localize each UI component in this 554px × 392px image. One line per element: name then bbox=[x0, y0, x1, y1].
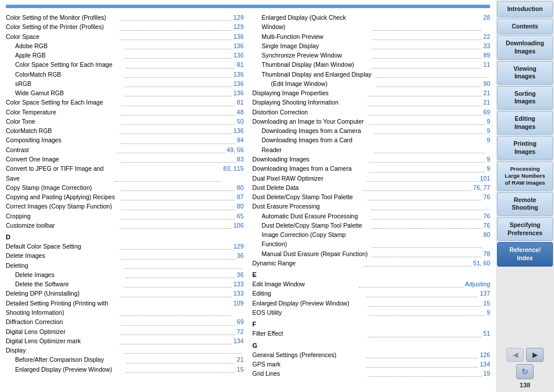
list-item: Enlarged Display (Preview Window) 15 bbox=[253, 299, 491, 308]
list-item: Enlarged Display (Quick Check Window) 28 bbox=[253, 13, 491, 32]
sidebar-btn-sorting[interactable]: SortingImages bbox=[497, 86, 553, 110]
list-item: Correct Images (Copy Stamp Function) 80 bbox=[6, 202, 244, 211]
list-item: Convert to JPEG or TIFF Image and Save 8… bbox=[6, 164, 244, 183]
section-letter-d: D bbox=[6, 233, 244, 240]
list-item: Copy Stamp (Image Correction) 80 bbox=[6, 183, 244, 192]
nav-forward-button[interactable]: ▶ bbox=[526, 348, 544, 362]
list-item: Displaying Image Properties 21 bbox=[253, 88, 491, 98]
list-item: Contrast 49, 56 bbox=[6, 145, 244, 154]
sidebar-btn-reference-index[interactable]: Reference/Index bbox=[497, 242, 553, 266]
list-item: Thumbnail Display (Main Window) 11 bbox=[253, 60, 491, 69]
list-item: Single Image Display 33 bbox=[253, 41, 491, 51]
list-item: Dust Delete/Copy Stamp Tool Palette 76 bbox=[253, 192, 491, 202]
list-item: Color Tone 50 bbox=[6, 117, 244, 126]
list-item: Downloading an Image to Your Computer 9 bbox=[253, 117, 491, 126]
sidebar-btn-processing[interactable]: ProcessingLarge Numbersof RAW Images bbox=[497, 161, 553, 191]
sidebar-btn-editing[interactable]: EditingImages bbox=[497, 111, 553, 135]
list-item: Distortion Correction 69 bbox=[253, 107, 491, 117]
page-number: 138 bbox=[520, 382, 530, 389]
list-item: Dust Delete Data 76, 77 bbox=[253, 183, 491, 192]
list-item: Customize toolbar 106 bbox=[6, 221, 244, 230]
list-item: Copying and Pasting (Applying) Recipes 8… bbox=[6, 192, 244, 202]
list-item: Before/After Comparison Display 21 bbox=[6, 355, 244, 364]
list-item: sRGB 136 bbox=[6, 79, 244, 88]
list-item: Thumbnail Display and Enlarged Display bbox=[253, 70, 491, 79]
list-item: Downloading Images from a Camera 9 bbox=[253, 164, 491, 173]
list-item: Dust Delete/Copy Stamp Tool Palette 76 bbox=[253, 221, 491, 230]
main-content: Color Setting of the Monitor (Profiles) … bbox=[0, 0, 496, 392]
list-item: ColorMatch RGB 136 bbox=[6, 126, 244, 135]
list-item: Diffraction Correction 69 bbox=[6, 317, 244, 326]
section-letter-f: F bbox=[253, 321, 491, 328]
left-column: Color Setting of the Monitor (Profiles) … bbox=[6, 13, 244, 378]
list-item: Delete Images 36 bbox=[6, 270, 244, 279]
sidebar-btn-specifying[interactable]: SpecifyingPreferences bbox=[497, 217, 553, 241]
list-item: Color Setting of the Printer (Profiles) … bbox=[6, 22, 244, 31]
list-item: Display bbox=[6, 346, 244, 355]
top-bar bbox=[6, 5, 490, 8]
list-item: Default Color Space Setting 129 bbox=[6, 242, 244, 251]
list-item: Color Space Setting for Each Image 81 bbox=[6, 98, 244, 107]
list-item: Color Setting of the Monitor (Profiles) … bbox=[6, 13, 244, 22]
list-item: Displaying Shooting Information 21 bbox=[253, 98, 491, 107]
section-letter-e: E bbox=[253, 271, 491, 278]
list-item: Synchronize Preview Window 89 bbox=[253, 51, 491, 60]
sidebar-btn-contents[interactable]: Contents bbox=[497, 19, 553, 35]
list-item: Editing 137 bbox=[253, 289, 491, 298]
list-item: Convert One Image 83 bbox=[6, 154, 244, 164]
section-letter-g: G bbox=[253, 342, 491, 349]
list-item: Automatic Dust Erasure Processing 76 bbox=[253, 211, 491, 221]
sidebar: Introduction Contents DownloadingImages … bbox=[496, 0, 554, 392]
list-item: Edit Image Window Adjusting bbox=[253, 279, 491, 289]
sidebar-btn-introduction[interactable]: Introduction bbox=[497, 1, 553, 17]
list-item: Dynamic Range 51, 60 bbox=[253, 258, 491, 268]
sidebar-btn-viewing[interactable]: ViewingImages bbox=[497, 61, 553, 85]
nav-back-button[interactable]: ◀ bbox=[506, 348, 524, 362]
list-item: ColorMatch RGB 136 bbox=[6, 70, 244, 79]
nav-arrows: ◀ ▶ bbox=[506, 348, 544, 362]
list-item: Digital Lens Optimizer 72 bbox=[6, 327, 244, 336]
list-item: Downloading Images 9 bbox=[253, 154, 491, 164]
list-item: General Settings (Preferences) 126 bbox=[253, 350, 491, 359]
list-item: Deleting bbox=[6, 261, 244, 270]
list-item: Color Temperature 48 bbox=[6, 107, 244, 117]
list-item: Color Space 136 bbox=[6, 32, 244, 41]
sidebar-bottom: ◀ ▶ ↻ 138 bbox=[497, 348, 553, 391]
list-item: Enlarged Display (Preview Window) 15 bbox=[6, 365, 244, 374]
list-item: Adobe RGB 136 bbox=[6, 41, 244, 51]
list-item: Delete the Software 133 bbox=[6, 279, 244, 289]
list-item: Digital Lens Optimizer mark 134 bbox=[6, 336, 244, 346]
list-item: Cropping 65 bbox=[6, 211, 244, 221]
list-item: Downloading Images from a Camera 9 bbox=[253, 126, 491, 135]
list-item: Color Space Setting for Each Image 81 bbox=[6, 60, 244, 69]
list-item: GPS mark 134 bbox=[253, 359, 491, 369]
home-button[interactable]: ↻ bbox=[516, 364, 534, 379]
list-item: Grid Lines 19 bbox=[253, 369, 491, 378]
list-item: Filter Effect 51 bbox=[253, 329, 491, 338]
sidebar-btn-remote[interactable]: RemoteShooting bbox=[497, 192, 553, 216]
list-item: Manual Dust Erasure (Repair Function) 78 bbox=[253, 249, 491, 258]
list-item: Compositing Images 94 bbox=[6, 135, 244, 145]
list-item: Detailed Setting Printing (Printing with… bbox=[6, 299, 244, 318]
list-item: Apple RGB 136 bbox=[6, 51, 244, 60]
list-item: Deleting DPP (Uninstalling) 133 bbox=[6, 289, 244, 298]
right-column: Enlarged Display (Quick Check Window) 28… bbox=[253, 13, 491, 378]
list-item: (Edit Image Window) 90 bbox=[253, 79, 491, 88]
list-item: Downloading Images from a Card Reader 9 bbox=[253, 135, 491, 154]
list-item: Dust Erasure Processing bbox=[253, 202, 491, 211]
list-item: Delete Images 36 bbox=[6, 251, 244, 260]
sidebar-btn-printing[interactable]: PrintingImages bbox=[497, 136, 553, 160]
list-item: Image Correction (Copy Stamp Function) 8… bbox=[253, 230, 491, 249]
list-item: EOS Utility 9 bbox=[253, 308, 491, 317]
list-item: Multi-Function Preview 22 bbox=[253, 32, 491, 41]
list-item: Wide Gamut RGB 136 bbox=[6, 88, 244, 98]
list-item: Dual Pixel RAW Optimizer 101 bbox=[253, 174, 491, 183]
sidebar-btn-downloading[interactable]: DownloadingImages bbox=[497, 35, 553, 59]
